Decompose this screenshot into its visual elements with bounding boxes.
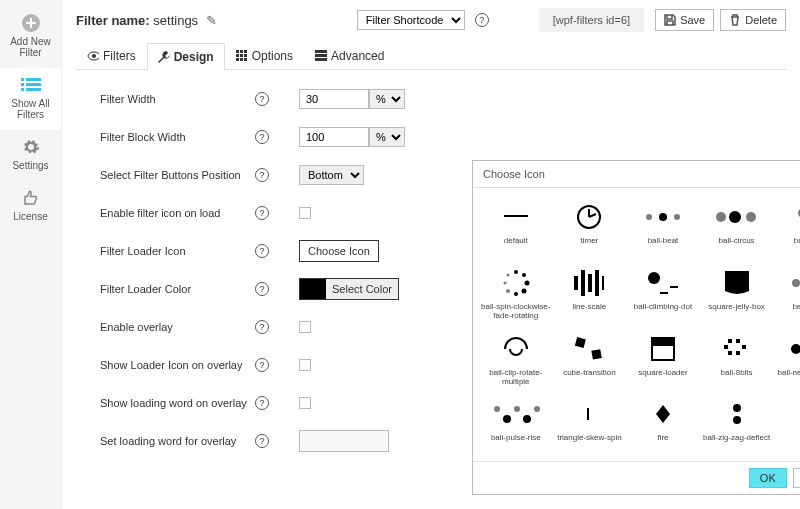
sidebar-item-settings[interactable]: Settings [0,130,61,181]
icon-option-square-loader[interactable]: square-loader [626,330,700,392]
svg-rect-47 [602,276,604,290]
sidebar-item-label: Settings [2,160,59,171]
loader-icon-label: Filter Loader Icon [100,245,255,258]
help-icon[interactable]: ? [255,358,269,372]
help-icon[interactable]: ? [255,244,269,258]
ball-zig-zag-icon [700,395,774,433]
show-word-overlay-checkbox[interactable] [299,397,311,409]
svg-rect-3 [21,78,24,81]
enable-icon-checkbox[interactable] [299,207,311,219]
svg-rect-58 [728,339,732,343]
icon-option-timer[interactable]: timer [553,198,627,260]
tab-options[interactable]: Options [225,42,304,69]
help-icon[interactable]: ? [475,13,489,27]
enable-overlay-checkbox[interactable] [299,321,311,333]
icon-option-ball-circus[interactable]: ball-circus [700,198,774,260]
help-icon[interactable]: ? [255,130,269,144]
color-swatch [300,279,326,299]
delete-button[interactable]: Delete [720,9,786,31]
icon-option-cube-transition[interactable]: cube-transition [553,330,627,392]
svg-rect-18 [240,58,243,61]
cube-transition-icon [553,330,627,368]
icon-option-ball-atom[interactable]: ball-atom [773,198,800,260]
default-icon [479,198,553,236]
block-width-label: Filter Block Width [100,131,255,144]
buttons-position-select[interactable]: Bottom [299,165,364,185]
svg-rect-14 [236,54,239,57]
svg-rect-20 [315,50,327,53]
tab-advanced[interactable]: Advanced [304,42,395,69]
ball-8bits-icon [700,330,774,368]
icon-option-fire[interactable]: fire [626,395,700,457]
icon-option-ball-zig-zag[interactable]: ball-zig-zag-deflect [700,395,774,457]
stack-icon [315,50,327,62]
shortcode-value: [wpf-filters id=6] [539,8,644,32]
help-icon[interactable]: ? [255,396,269,410]
set-word-overlay-input[interactable] [299,430,389,452]
svg-rect-57 [652,338,674,346]
svg-rect-19 [244,58,247,61]
help-icon[interactable]: ? [255,168,269,182]
filter-width-input[interactable] [299,89,369,109]
svg-rect-4 [26,78,41,81]
icon-option-ball-8bits[interactable]: ball-8bits [700,330,774,392]
help-icon[interactable]: ? [255,206,269,220]
icon-option-ball-beat[interactable]: ball-beat [626,198,700,260]
svg-rect-46 [595,270,599,296]
svg-rect-63 [736,351,740,355]
filter-width-label: Filter Width [100,93,255,106]
cancel-button[interactable]: Cancel [793,468,800,488]
loader-color-picker[interactable]: Select Color [299,278,399,300]
icon-grid: default timer ball-beat ball-circus ball… [473,188,800,461]
svg-point-76 [733,416,741,424]
sidebar-item-license[interactable]: License [0,181,61,232]
save-icon [664,14,676,26]
icon-option-ball-rotate[interactable]: ball-rotate [773,264,800,326]
filter-width-unit[interactable]: % [369,89,405,109]
modal-header: Choose Icon ✕ [473,161,800,188]
icon-option-ball-climbing-dot[interactable]: ball-climbing-dot [626,264,700,326]
icon-option-triangle-skew-spin[interactable]: triangle-skew-spin [553,395,627,457]
sidebar-item-label: Add New Filter [2,36,59,58]
help-icon[interactable]: ? [255,282,269,296]
sidebar-item-add-new-filter[interactable]: Add New Filter [0,6,61,68]
ball-pulse-rise-icon [479,395,553,433]
edit-name-icon[interactable]: ✎ [206,13,217,28]
icon-option-default[interactable]: default [479,198,553,260]
icon-option-square-jelly-box[interactable]: square-jelly-box [700,264,774,326]
filter-name-value: settings [153,13,198,28]
svg-point-40 [506,289,510,293]
list-icon [20,74,42,96]
svg-rect-49 [660,292,668,294]
choose-icon-button[interactable]: Choose Icon [299,240,379,262]
thumb-icon [20,187,42,209]
svg-rect-62 [728,351,732,355]
svg-rect-8 [26,88,41,91]
block-width-unit[interactable]: % [369,127,405,147]
help-icon[interactable]: ? [255,92,269,106]
ball-rotate-icon [773,264,800,302]
help-icon[interactable]: ? [255,320,269,334]
icon-option-ball-newton-cradle[interactable]: ball-newton-cradle [773,330,800,392]
ball-climbing-icon [626,264,700,302]
ok-button[interactable]: OK [749,468,787,488]
svg-rect-12 [240,50,243,53]
svg-point-31 [729,211,741,223]
show-icon-overlay-checkbox[interactable] [299,359,311,371]
fire-icon [626,395,700,433]
block-width-input[interactable] [299,127,369,147]
help-icon[interactable]: ? [255,434,269,448]
icon-option-ball-clip-rotate[interactable]: ball-clip-rotate-multiple [479,330,553,392]
icon-option-ball-pulse-rise[interactable]: ball-pulse-rise [479,395,553,457]
tab-design[interactable]: Design [147,43,225,70]
sidebar-item-show-all-filters[interactable]: Show All Filters [0,68,61,130]
save-button[interactable]: Save [655,9,714,31]
svg-rect-45 [588,274,592,292]
icon-option-line-scale[interactable]: line-scale [553,264,627,326]
svg-rect-17 [236,58,239,61]
tab-filters[interactable]: Filters [76,42,147,69]
shortcode-type-select[interactable]: Filter Shortcode [357,10,465,30]
timer-icon [553,198,627,236]
icon-option-ball-spin-clockwise[interactable]: ball-spin-clockwise-fade-rotating [479,264,553,326]
filter-name: Filter name: settings ✎ [76,13,217,28]
